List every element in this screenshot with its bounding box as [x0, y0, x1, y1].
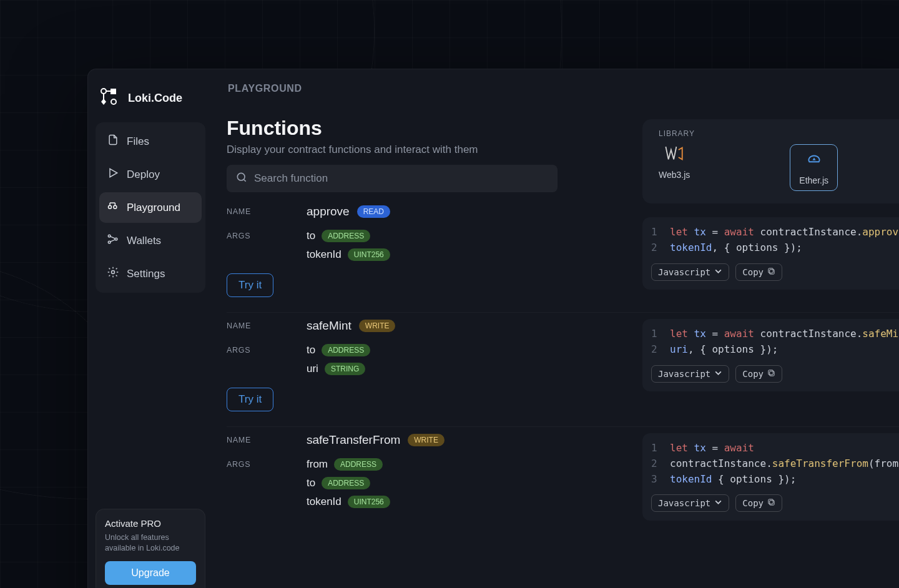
function-name: approve — [307, 205, 350, 218]
copy-icon — [767, 369, 775, 379]
code-line: 1let tx = await — [651, 441, 899, 456]
code-line: 1let tx = await contractInstance.approv — [651, 225, 899, 240]
args-label: ARGS — [227, 232, 307, 240]
svg-rect-20 — [769, 499, 773, 504]
arg-type-badge: UINT256 — [348, 248, 390, 261]
functions-list: NAME approve READ ARGS to ADDRESS tokenI… — [227, 205, 899, 523]
brand-name: Loki.Code — [128, 92, 182, 105]
svg-rect-16 — [769, 268, 773, 272]
arg-name: to — [307, 230, 315, 242]
breadcrumb: PLAYGROUND — [227, 83, 899, 94]
wallets-icon — [107, 233, 119, 248]
args-label: ARGS — [227, 346, 307, 355]
pro-subtitle: Unlock all features available in Loki.co… — [105, 532, 196, 554]
sidebar: Loki.Code Files Deploy Playground — [88, 69, 213, 588]
copy-button[interactable]: Copy — [735, 263, 782, 281]
svg-rect-17 — [770, 371, 774, 375]
try-button[interactable]: Try it — [227, 273, 273, 297]
chevron-down-icon — [714, 498, 722, 508]
svg-point-0 — [101, 89, 106, 94]
code-line: 1let tx = await contractInstance.safeMi — [651, 326, 899, 342]
search-input[interactable] — [254, 172, 549, 185]
kind-badge: WRITE — [359, 320, 396, 332]
main: PLAYGROUND Functions Display your contra… — [213, 69, 899, 588]
language-dropdown[interactable]: Javascript — [651, 263, 729, 281]
upgrade-button[interactable]: Upgrade — [105, 561, 196, 585]
svg-point-14 — [237, 173, 245, 180]
svg-point-10 — [108, 241, 111, 243]
language-dropdown[interactable]: Javascript — [651, 365, 729, 383]
library-item-web3js[interactable]: Web3.js — [659, 144, 690, 191]
try-button[interactable]: Try it — [227, 388, 273, 411]
copy-button[interactable]: Copy — [735, 494, 782, 512]
library-item-label: Web3.js — [659, 170, 690, 180]
arg-type-badge: STRING — [325, 363, 365, 375]
args-label: ARGS — [227, 460, 307, 469]
sidebar-item-label: Settings — [127, 268, 165, 280]
arg-name: from — [307, 458, 328, 471]
arg-type-badge: UINT256 — [348, 496, 390, 508]
code-line: 2tokenId, { options }); — [651, 240, 899, 256]
brand: Loki.Code — [96, 81, 205, 122]
playground-icon — [107, 200, 119, 215]
files-icon — [107, 134, 119, 149]
sidebar-item-deploy[interactable]: Deploy — [99, 159, 202, 190]
sidebar-item-playground[interactable]: Playground — [99, 192, 202, 223]
svg-rect-1 — [111, 89, 116, 94]
arg-type-badge: ADDRESS — [322, 344, 370, 356]
arg-type-badge: ADDRESS — [322, 230, 370, 242]
kind-badge: WRITE — [408, 434, 445, 446]
app-window: Loki.Code Files Deploy Playground — [87, 69, 899, 588]
copy-button[interactable]: Copy — [735, 365, 782, 383]
arg-name: tokenId — [307, 248, 341, 261]
svg-point-8 — [114, 205, 117, 208]
function-name: safeMint — [307, 319, 351, 333]
search-box[interactable] — [227, 165, 558, 192]
svg-rect-18 — [769, 370, 773, 374]
code-line: 3tokenId { options }); — [651, 472, 899, 488]
sidebar-item-settings[interactable]: Settings — [99, 258, 202, 289]
sidebar-item-label: Files — [127, 135, 149, 148]
etherjs-icon — [803, 150, 825, 170]
arg-name: to — [307, 477, 315, 489]
library-item-label: Ether.js — [799, 175, 828, 185]
function-name: safeTransferFrom — [307, 433, 400, 447]
arg-type-badge: ADDRESS — [334, 458, 383, 471]
arg-name: to — [307, 344, 315, 356]
copy-icon — [767, 498, 775, 508]
svg-point-11 — [115, 238, 117, 240]
function-approve: NAME approve READ ARGS to ADDRESS tokenI… — [227, 205, 899, 312]
library-panel: LIBRARY Web3.js Ether.js — [642, 119, 899, 203]
logo-icon — [98, 86, 120, 111]
deploy-icon — [107, 167, 119, 182]
activate-pro-box: Activate PRO Unlock all features availab… — [96, 509, 205, 588]
code-panel: 1let tx = await 2contractInstance.safeTr… — [642, 433, 899, 521]
kind-badge: READ — [357, 205, 390, 218]
sidebar-item-label: Deploy — [127, 169, 160, 181]
function-safetransferfrom: NAME safeTransferFrom WRITE ARGS from AD… — [227, 426, 899, 523]
language-dropdown[interactable]: Javascript — [651, 494, 729, 512]
gear-icon — [107, 266, 119, 282]
copy-icon — [767, 267, 775, 277]
name-label: NAME — [227, 436, 307, 444]
chevron-down-icon — [714, 369, 722, 379]
code-panel: 1let tx = await contractInstance.safeMi … — [642, 319, 899, 391]
arg-name: tokenId — [307, 496, 341, 508]
sidebar-item-label: Playground — [127, 202, 180, 214]
name-label: NAME — [227, 207, 307, 216]
web3js-icon — [664, 144, 685, 165]
sidebar-item-files[interactable]: Files — [99, 126, 202, 157]
svg-marker-2 — [101, 99, 106, 105]
code-line: 2contractInstance.safeTransferFrom(from — [651, 456, 899, 472]
code-panel: 1let tx = await contractInstance.approv … — [642, 217, 899, 290]
sidebar-nav: Files Deploy Playground Wallets — [96, 122, 205, 293]
name-label: NAME — [227, 321, 307, 330]
svg-point-9 — [108, 235, 111, 237]
arg-type-badge: ADDRESS — [322, 477, 370, 489]
svg-marker-6 — [110, 169, 117, 177]
sidebar-item-label: Wallets — [127, 235, 161, 247]
svg-point-3 — [111, 99, 116, 104]
library-title: LIBRARY — [659, 129, 899, 138]
library-item-etherjs[interactable]: Ether.js — [790, 144, 838, 191]
sidebar-item-wallets[interactable]: Wallets — [99, 225, 202, 256]
